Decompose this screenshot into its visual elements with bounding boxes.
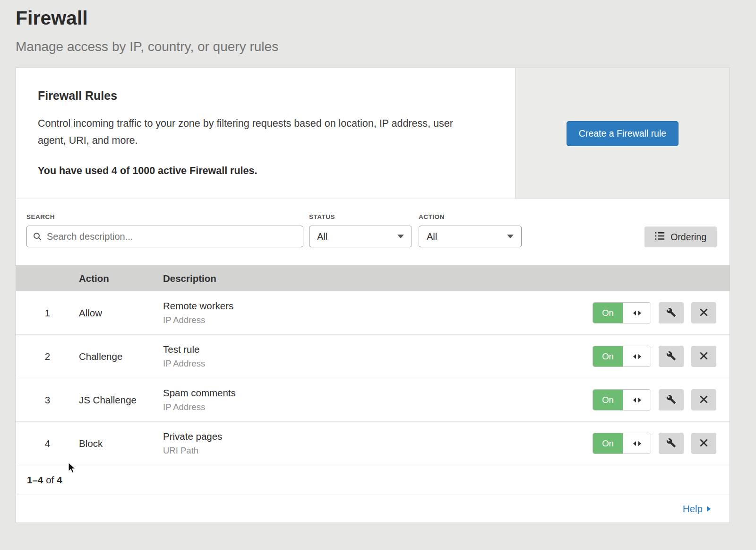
- help-link-label: Help: [683, 503, 703, 515]
- filters-bar: SEARCH STATUS All ACTION All: [16, 199, 730, 265]
- chevron-right-icon: [707, 506, 711, 512]
- status-label: STATUS: [309, 213, 412, 220]
- arrow-right-icon: [638, 354, 641, 359]
- rule-enabled-toggle[interactable]: On: [593, 346, 651, 367]
- rule-priority: 3: [16, 394, 79, 406]
- pagination-total: 4: [57, 474, 62, 486]
- rule-match-type: URI Path: [163, 445, 593, 456]
- action-filter-group: ACTION All: [419, 213, 522, 247]
- search-box[interactable]: [26, 226, 303, 247]
- close-icon: [699, 438, 708, 449]
- rule-match-type: IP Address: [163, 402, 593, 412]
- row-controls: On: [593, 302, 730, 323]
- card-description: Control incoming traffic to your zone by…: [38, 115, 482, 149]
- row-controls: On: [593, 346, 730, 367]
- toggle-drag-handle[interactable]: [623, 303, 651, 323]
- close-icon: [699, 395, 708, 405]
- rule-match-type: IP Address: [163, 315, 593, 325]
- edit-rule-button[interactable]: [659, 389, 684, 410]
- rule-description-cell: Remote workers IP Address: [163, 300, 593, 325]
- card-heading: Firewall Rules: [38, 89, 482, 103]
- rule-description: Test rule: [163, 344, 593, 355]
- rule-description-cell: Test rule IP Address: [163, 344, 593, 369]
- delete-rule-button[interactable]: [691, 302, 716, 323]
- search-icon: [33, 232, 42, 241]
- card-top-section: Firewall Rules Control incoming traffic …: [16, 68, 730, 199]
- action-select[interactable]: All: [419, 226, 522, 247]
- search-label: SEARCH: [26, 213, 303, 220]
- toggle-state-label: On: [593, 346, 623, 367]
- create-rule-panel: Create a Firewall rule: [515, 68, 730, 199]
- rule-description-cell: Private pages URI Path: [163, 431, 593, 456]
- firewall-page: Firewall Manage access by IP, country, o…: [0, 0, 756, 550]
- rule-priority: 1: [16, 307, 79, 319]
- wrench-icon: [666, 351, 676, 362]
- column-header-action: Action: [79, 273, 163, 284]
- page-header: Firewall Manage access by IP, country, o…: [0, 0, 756, 54]
- rule-action: Allow: [79, 307, 163, 319]
- page-title: Firewall: [16, 7, 756, 30]
- row-controls: On: [593, 433, 730, 454]
- edit-rule-button[interactable]: [659, 346, 684, 367]
- wrench-icon: [666, 307, 676, 319]
- create-firewall-rule-button[interactable]: Create a Firewall rule: [567, 121, 679, 146]
- pagination: 1–4 of 4: [16, 465, 730, 495]
- rule-action: Block: [79, 438, 163, 449]
- toggle-drag-handle[interactable]: [623, 390, 651, 410]
- arrow-right-icon: [638, 311, 641, 315]
- ordering-button[interactable]: Ordering: [644, 227, 717, 247]
- table-header: Action Description: [16, 265, 730, 291]
- usage-text: You have used 4 of 1000 active Firewall …: [38, 165, 482, 177]
- table-row: 3 JS Challenge Spam comments IP Address …: [16, 378, 730, 422]
- toggle-drag-handle[interactable]: [623, 346, 651, 367]
- column-header-description: Description: [163, 273, 730, 284]
- row-controls: On: [593, 389, 730, 410]
- rule-description: Spam comments: [163, 387, 593, 399]
- search-input[interactable]: [46, 231, 297, 243]
- close-icon: [699, 351, 708, 362]
- delete-rule-button[interactable]: [691, 346, 716, 367]
- rule-priority: 2: [16, 351, 79, 362]
- arrow-left-icon: [633, 441, 636, 446]
- arrow-right-icon: [638, 398, 641, 402]
- close-icon: [699, 308, 708, 318]
- rule-description-cell: Spam comments IP Address: [163, 387, 593, 412]
- action-selected-value: All: [427, 231, 437, 242]
- toggle-state-label: On: [593, 390, 623, 410]
- rule-match-type: IP Address: [163, 358, 593, 369]
- status-select[interactable]: All: [309, 226, 412, 247]
- chevron-down-icon: [507, 235, 514, 238]
- arrow-left-icon: [633, 354, 636, 359]
- rule-enabled-toggle[interactable]: On: [593, 433, 651, 454]
- rule-enabled-toggle[interactable]: On: [593, 389, 651, 410]
- arrow-right-icon: [638, 441, 641, 446]
- status-filter-group: STATUS All: [309, 213, 412, 247]
- chevron-down-icon: [397, 235, 404, 238]
- toggle-state-label: On: [593, 433, 623, 454]
- edit-rule-button[interactable]: [659, 433, 684, 454]
- arrow-left-icon: [633, 398, 636, 402]
- rule-priority: 4: [16, 438, 79, 449]
- action-label: ACTION: [419, 213, 522, 220]
- table-row: 2 Challenge Test rule IP Address On: [16, 335, 730, 378]
- delete-rule-button[interactable]: [691, 433, 716, 454]
- card-footer: Help: [16, 495, 730, 523]
- arrow-left-icon: [633, 311, 636, 315]
- table-row: 4 Block Private pages URI Path On: [16, 422, 730, 465]
- pagination-range: 1–4: [27, 474, 43, 486]
- delete-rule-button[interactable]: [691, 389, 716, 410]
- rule-action: JS Challenge: [79, 394, 163, 406]
- rule-description: Remote workers: [163, 300, 593, 312]
- pagination-of: of: [46, 474, 54, 486]
- ordering-list-icon: [655, 232, 664, 243]
- firewall-rules-card: Firewall Rules Control incoming traffic …: [16, 68, 730, 523]
- search-filter-group: SEARCH: [26, 213, 303, 247]
- firewall-rules-intro: Firewall Rules Control incoming traffic …: [16, 68, 515, 199]
- rule-description: Private pages: [163, 431, 593, 442]
- edit-rule-button[interactable]: [659, 302, 684, 323]
- toggle-state-label: On: [593, 303, 623, 323]
- rule-action: Challenge: [79, 351, 163, 362]
- rule-enabled-toggle[interactable]: On: [593, 302, 651, 323]
- toggle-drag-handle[interactable]: [623, 433, 651, 454]
- help-link[interactable]: Help: [683, 503, 711, 515]
